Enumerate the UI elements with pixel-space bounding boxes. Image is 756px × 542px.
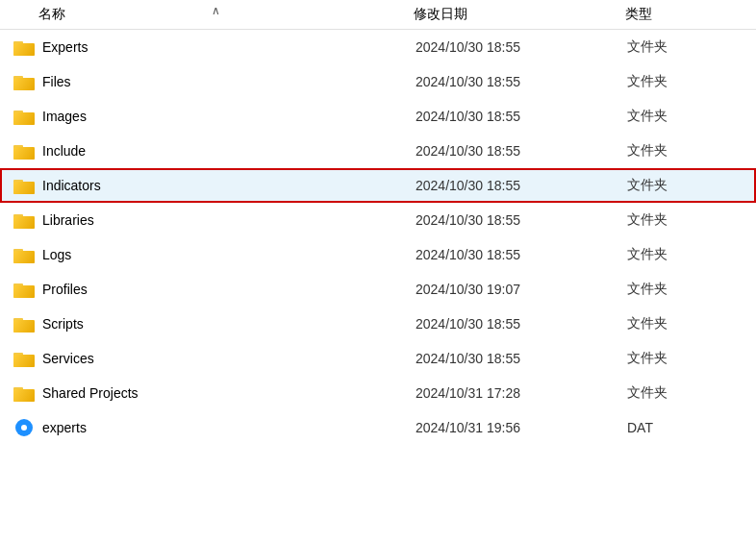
table-row[interactable]: Indicators2024/10/30 18:55文件夹 xyxy=(0,168,756,203)
table-row[interactable]: Experts2024/10/30 18:55文件夹 xyxy=(0,30,756,64)
svg-rect-11 xyxy=(13,112,35,125)
col-name-cell: Include xyxy=(2,142,416,160)
col-date-cell: 2024/10/30 18:55 xyxy=(416,316,627,332)
col-type-cell: 文件夹 xyxy=(627,142,754,160)
col-date-cell: 2024/10/30 18:55 xyxy=(416,74,627,89)
col-date-cell: 2024/10/30 18:55 xyxy=(416,39,627,55)
folder-icon xyxy=(13,38,35,56)
col-type-cell: DAT xyxy=(627,420,754,435)
folder-icon xyxy=(13,315,35,333)
col-type-cell: 文件夹 xyxy=(627,211,754,229)
folder-icon xyxy=(13,177,35,194)
col-date-cell: 2024/10/30 18:55 xyxy=(416,351,627,366)
file-name-label: Files xyxy=(42,74,71,89)
table-row[interactable]: Shared Projects2024/10/31 17:28文件夹 xyxy=(0,376,756,410)
col-name-cell: Indicators xyxy=(2,177,416,194)
svg-rect-39 xyxy=(13,355,35,367)
col-name-cell: Images xyxy=(2,108,416,125)
col-name-cell: Services xyxy=(2,350,416,367)
file-name-label: experts xyxy=(42,420,87,435)
svg-rect-43 xyxy=(13,389,35,402)
col-type-cell: 文件夹 xyxy=(627,73,754,90)
col-date-cell: 2024/10/31 17:28 xyxy=(416,385,627,401)
table-row[interactable]: Profiles2024/10/30 19:07文件夹 xyxy=(0,272,756,307)
file-name-label: Logs xyxy=(42,247,71,262)
sort-arrow-icon: ∧ xyxy=(212,4,220,17)
folder-icon xyxy=(13,246,35,263)
col-name-cell: Logs xyxy=(2,246,416,263)
svg-rect-35 xyxy=(13,320,35,333)
file-name-label: Profiles xyxy=(42,282,88,297)
col-date-cell: 2024/10/31 19:56 xyxy=(416,420,627,435)
file-rows-container: Experts2024/10/30 18:55文件夹 Files2024/10/… xyxy=(0,30,756,445)
svg-rect-23 xyxy=(13,216,35,229)
col-type-cell: 文件夹 xyxy=(627,315,754,333)
file-name-label: Experts xyxy=(42,39,88,55)
col-type-cell: 文件夹 xyxy=(627,177,754,194)
col-date-cell: 2024/10/30 18:55 xyxy=(416,212,627,228)
col-name-cell: Libraries xyxy=(2,211,416,229)
folder-icon xyxy=(13,211,35,229)
svg-rect-15 xyxy=(13,147,35,160)
col-type-header[interactable]: 类型 xyxy=(625,6,756,23)
col-name-cell: Shared Projects xyxy=(2,384,416,402)
file-name-label: Shared Projects xyxy=(42,385,139,401)
file-name-label: Images xyxy=(42,109,87,124)
file-name-label: Libraries xyxy=(42,212,94,228)
col-name-header[interactable]: 名称 xyxy=(0,6,414,23)
col-date-cell: 2024/10/30 18:55 xyxy=(416,178,627,193)
col-type-cell: 文件夹 xyxy=(627,108,754,125)
folder-icon xyxy=(13,142,35,160)
col-type-cell: 文件夹 xyxy=(627,246,754,263)
col-type-cell: 文件夹 xyxy=(627,38,754,56)
table-row[interactable]: experts2024/10/31 19:56DAT xyxy=(0,410,756,445)
folder-icon xyxy=(13,384,35,402)
col-date-cell: 2024/10/30 19:07 xyxy=(416,282,627,297)
svg-rect-27 xyxy=(13,251,35,263)
svg-rect-7 xyxy=(13,78,35,90)
file-name-label: Scripts xyxy=(42,316,84,332)
dat-file-icon xyxy=(13,419,35,436)
col-date-cell: 2024/10/30 18:55 xyxy=(416,247,627,262)
col-date-cell: 2024/10/30 18:55 xyxy=(416,109,627,124)
table-row[interactable]: Scripts2024/10/30 18:55文件夹 xyxy=(0,307,756,341)
folder-icon xyxy=(13,108,35,125)
col-name-cell: Experts xyxy=(2,38,416,56)
file-name-label: Services xyxy=(42,351,94,366)
file-list: 名称 ∧ 修改日期 类型 Experts2024/10/30 18:55文件夹 xyxy=(0,0,756,542)
col-date-header[interactable]: 修改日期 xyxy=(414,6,625,23)
table-row[interactable]: Libraries2024/10/30 18:55文件夹 xyxy=(0,203,756,237)
folder-icon xyxy=(13,281,35,298)
table-row[interactable]: Files2024/10/30 18:55文件夹 xyxy=(0,64,756,99)
file-name-label: Indicators xyxy=(42,178,101,193)
table-row[interactable]: Include2024/10/30 18:55文件夹 xyxy=(0,134,756,168)
file-name-label: Include xyxy=(42,143,86,159)
col-name-cell: Files xyxy=(2,73,416,90)
col-name-cell: Profiles xyxy=(2,281,416,298)
table-row[interactable]: Logs2024/10/30 18:55文件夹 xyxy=(0,237,756,272)
table-row[interactable]: Services2024/10/30 18:55文件夹 xyxy=(0,341,756,376)
svg-rect-31 xyxy=(13,285,35,298)
col-date-cell: 2024/10/30 18:55 xyxy=(416,143,627,159)
folder-icon xyxy=(13,73,35,90)
folder-icon xyxy=(13,350,35,367)
col-type-cell: 文件夹 xyxy=(627,281,754,298)
svg-rect-3 xyxy=(13,43,35,56)
col-name-cell: experts xyxy=(2,419,416,436)
col-type-cell: 文件夹 xyxy=(627,350,754,367)
header-row: 名称 ∧ 修改日期 类型 xyxy=(0,0,756,30)
table-row[interactable]: Images2024/10/30 18:55文件夹 xyxy=(0,99,756,134)
col-type-cell: 文件夹 xyxy=(627,384,754,402)
svg-rect-19 xyxy=(13,182,35,194)
col-name-cell: Scripts xyxy=(2,315,416,333)
